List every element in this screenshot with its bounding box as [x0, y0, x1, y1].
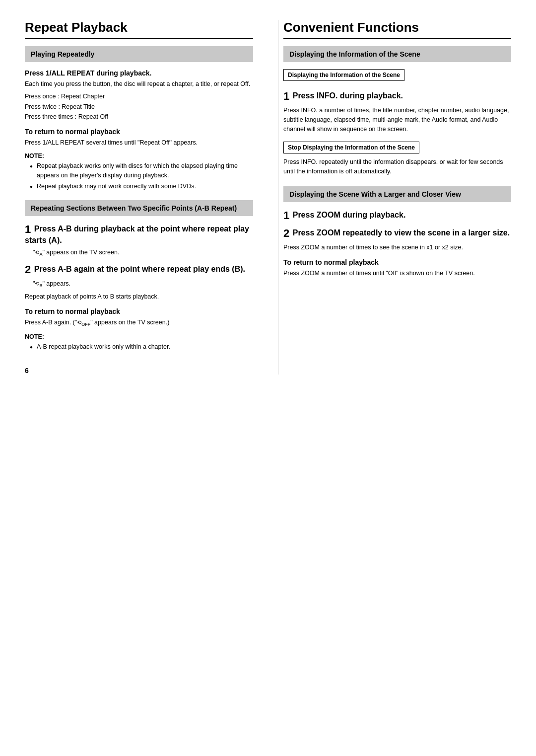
repeat-ab-para: Repeat playback of points A to B starts …: [25, 292, 253, 302]
press-info-heading: 1 Press INFO. during playback.: [283, 90, 511, 103]
zoom-return-para: Press ZOOM a number of times until "Off"…: [283, 269, 511, 278]
note-label-1: NOTE:: [25, 152, 253, 159]
return-normal-heading-1: To return to normal playback: [25, 128, 253, 136]
stop-displaying-bold-box: Stop Displaying the Information of the S…: [283, 142, 419, 153]
press-all-repeat-heading: Press 1/ALL REPEAT during playback.: [25, 69, 253, 77]
left-title: Repeat Playback: [25, 20, 253, 39]
note-label-2: NOTE:: [25, 333, 253, 340]
zoom-step1-heading: 1 Press ZOOM during playback.: [283, 209, 511, 222]
repeat-b-icon: ⟲B: [35, 280, 42, 290]
zoom-box: Displaying the Scene With a Larger and C…: [283, 186, 511, 202]
right-column: Convenient Functions Displaying the Info…: [278, 20, 511, 375]
playing-repeatedly-section: Playing Repeatedly Press 1/ALL REPEAT du…: [25, 46, 253, 191]
page-number: 6: [25, 367, 253, 375]
left-column: Repeat Playback Playing Repeatedly Press…: [25, 20, 258, 375]
return-normal-para-2: Press A-B again. ("⟲OFF" appears on the …: [25, 318, 253, 328]
zoom-para: Press ZOOM a number of times to see the …: [283, 243, 511, 252]
ab-step2-note: "⟲B" appears.: [25, 279, 253, 290]
note-item-ab: A-B repeat playback works only within a …: [30, 342, 253, 352]
page-layout: Repeat Playback Playing Repeatedly Press…: [25, 20, 511, 375]
zoom-step2-heading: 2 Press ZOOM repeatedly to view the scen…: [283, 227, 511, 240]
zoom-section: Displaying the Scene With a Larger and C…: [283, 186, 511, 278]
note-item-1: Repeat playback works only with discs fo…: [30, 161, 253, 180]
displaying-info-bold-box: Displaying the Information of the Scene: [283, 69, 404, 81]
note-list-1: Repeat playback works only with discs fo…: [25, 161, 253, 191]
return-normal-para-1: Press 1/ALL REPEAT several times until "…: [25, 138, 253, 148]
playing-repeatedly-box: Playing Repeatedly: [25, 46, 253, 62]
repeat-a-icon: ⟲A: [35, 248, 42, 258]
repeat-off-icon: ⟲OFF: [77, 318, 90, 328]
ab-step1-note: "⟲A" appears on the TV screen.: [25, 248, 253, 258]
press-info-para: Press INFO. a number of times, the title…: [283, 106, 511, 134]
ab-repeat-box: Repeating Sections Between Two Specific …: [25, 200, 253, 216]
zoom-return-heading: To return to normal playback: [283, 258, 511, 266]
stop-displaying-para: Press INFO. repeatedly until the informa…: [283, 157, 511, 176]
displaying-info-section: Displaying the Information of the Scene …: [283, 46, 511, 176]
press-three-times: Press three times : Repeat Off: [25, 112, 253, 122]
ab-step2-heading: 2 Press A-B again at the point where rep…: [25, 263, 253, 276]
ab-repeat-section: Repeating Sections Between Two Specific …: [25, 200, 253, 352]
displaying-info-box: Displaying the Information of the Scene: [283, 46, 511, 62]
right-title: Convenient Functions: [283, 20, 511, 39]
ab-step1-heading: 1 Press A-B during playback at the point…: [25, 223, 253, 245]
press-twice: Press twice : Repeat Title: [25, 102, 253, 112]
press-once: Press once : Repeat Chapter: [25, 92, 253, 101]
return-normal-heading-2: To return to normal playback: [25, 307, 253, 315]
note-list-2: A-B repeat playback works only within a …: [25, 342, 253, 352]
press-all-repeat-para: Each time you press the button, the disc…: [25, 79, 253, 89]
note-item-2: Repeat playback may not work correctly w…: [30, 182, 253, 191]
